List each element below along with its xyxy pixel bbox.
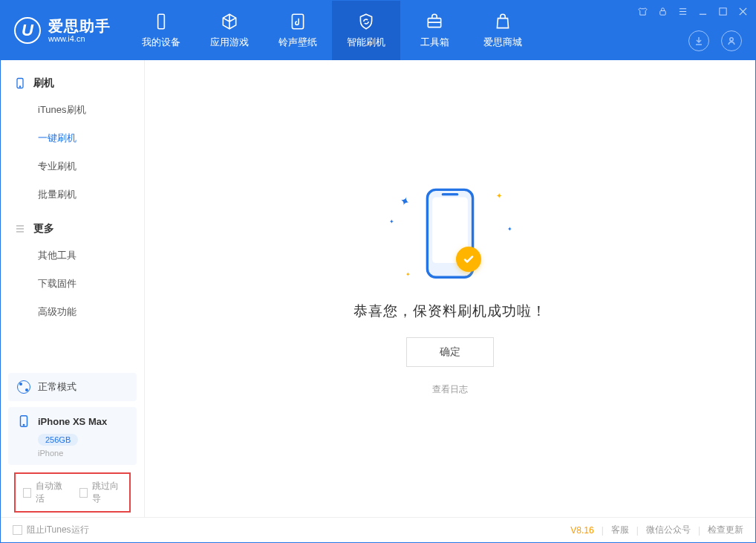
- checkbox-icon: [79, 488, 88, 498]
- group-title: 更多: [33, 222, 54, 235]
- footer-right: V8.16 | 客服 | 微信公众号 | 检查更新: [570, 524, 743, 536]
- list-icon: [14, 223, 26, 235]
- tab-apps-games[interactable]: 应用游戏: [195, 1, 264, 60]
- separator: |: [602, 525, 604, 536]
- sidebar-group-more: 更多: [1, 216, 144, 241]
- checkbox-skip-guide[interactable]: 跳过向导: [79, 480, 123, 505]
- sidebar-item-pro-flash[interactable]: 专业刷机: [1, 152, 144, 181]
- sparkle-icon: ✦: [405, 271, 411, 278]
- tab-label: 铃声壁纸: [278, 36, 317, 49]
- device-type: iPhone: [38, 449, 128, 458]
- version-label: V8.16: [570, 525, 593, 536]
- bag-icon: [493, 12, 512, 31]
- toolbox-icon: [425, 12, 444, 31]
- tab-store[interactable]: 爱思商城: [469, 1, 537, 60]
- body: 刷机 iTunes刷机 一键刷机 专业刷机 批量刷机 更多 其他工具 下载固件 …: [1, 60, 755, 517]
- device-card[interactable]: iPhone XS Max 256GB iPhone: [8, 407, 137, 465]
- link-service[interactable]: 客服: [611, 524, 629, 536]
- highlighted-checkboxes: 自动激活 跳过向导: [14, 472, 131, 513]
- svg-point-7: [19, 86, 20, 87]
- minimize-button[interactable]: [698, 7, 708, 16]
- device-icon: [151, 12, 171, 31]
- separator: |: [636, 525, 639, 536]
- link-wechat[interactable]: 微信公众号: [646, 524, 691, 536]
- mode-card[interactable]: 正常模式: [8, 373, 137, 401]
- download-icon[interactable]: [688, 30, 709, 51]
- sparkle-icon: ✦: [389, 218, 394, 225]
- tab-label: 爱思商城: [483, 36, 522, 49]
- tab-label: 应用游戏: [210, 36, 249, 49]
- window-controls: [638, 7, 748, 16]
- sparkle-icon: ✦: [397, 193, 411, 209]
- maximize-button[interactable]: [718, 7, 728, 16]
- sidebar-item-download-firmware[interactable]: 下载固件: [1, 270, 144, 298]
- svg-rect-1: [292, 14, 303, 29]
- sidebar-bottom: 正常模式 iPhone XS Max 256GB iPhone 自动激活: [1, 373, 144, 517]
- success-message: 恭喜您，保资料刷机成功啦！: [353, 302, 547, 321]
- svg-rect-0: [158, 14, 165, 29]
- check-badge-icon: [456, 247, 481, 272]
- sidebar-item-oneclick-flash[interactable]: 一键刷机: [1, 124, 144, 152]
- svg-point-9: [23, 424, 24, 425]
- header-right-icons: [688, 30, 742, 51]
- close-button[interactable]: [738, 7, 748, 16]
- checkbox-icon: [23, 488, 31, 498]
- tab-label: 智能刷机: [347, 36, 385, 49]
- svg-rect-12: [442, 193, 459, 195]
- tab-toolbox[interactable]: 工具箱: [400, 1, 469, 60]
- checkbox-icon: [13, 525, 22, 535]
- ok-button[interactable]: 确定: [406, 337, 494, 367]
- app-subtitle: www.i4.cn: [48, 34, 111, 43]
- logo-icon: U: [14, 17, 41, 44]
- sidebar-item-other-tools[interactable]: 其他工具: [1, 241, 144, 270]
- svg-point-5: [730, 38, 733, 41]
- device-storage: 256GB: [38, 434, 78, 446]
- svg-rect-4: [720, 8, 726, 15]
- cube-icon: [220, 12, 239, 31]
- checkbox-label: 阻止iTunes运行: [27, 524, 89, 536]
- shirt-icon[interactable]: [638, 7, 648, 16]
- device-name: iPhone XS Max: [38, 416, 107, 427]
- logo-area: U 爱思助手 www.i4.cn: [1, 1, 127, 60]
- tab-my-device[interactable]: 我的设备: [127, 1, 195, 60]
- link-update[interactable]: 检查更新: [708, 524, 743, 536]
- group-title: 刷机: [33, 77, 54, 90]
- svg-rect-3: [660, 11, 665, 16]
- app-title: 爱思助手: [48, 18, 111, 34]
- checkbox-label: 跳过向导: [92, 480, 122, 505]
- main-content: ✦ ✦ ✦ ✦ ✦ 恭喜您，保资料刷机成功啦！ 确定 查看日志: [145, 60, 755, 517]
- separator: |: [698, 525, 700, 536]
- sidebar-group-flash: 刷机: [1, 71, 144, 96]
- phone-icon: [14, 77, 26, 89]
- app-window: U 爱思助手 www.i4.cn 我的设备 应用游戏 铃声壁纸 智能刷机: [0, 0, 756, 543]
- sidebar-item-batch-flash[interactable]: 批量刷机: [1, 181, 144, 209]
- tab-label: 工具箱: [420, 36, 449, 49]
- tab-smart-flash[interactable]: 智能刷机: [332, 1, 400, 60]
- view-log-link[interactable]: 查看日志: [432, 383, 468, 396]
- music-file-icon: [288, 12, 307, 31]
- sidebar-item-advanced[interactable]: 高级功能: [1, 298, 144, 326]
- mode-label: 正常模式: [38, 380, 76, 394]
- menu-icon[interactable]: [678, 7, 688, 16]
- checkbox-block-itunes[interactable]: 阻止iTunes运行: [13, 524, 89, 536]
- user-icon[interactable]: [721, 30, 742, 51]
- main-tabs: 我的设备 应用游戏 铃声壁纸 智能刷机 工具箱 爱思商城: [127, 1, 537, 60]
- sparkle-icon: ✦: [507, 226, 512, 233]
- header: U 爱思助手 www.i4.cn 我的设备 应用游戏 铃声壁纸 智能刷机: [1, 1, 755, 60]
- tab-label: 我的设备: [142, 36, 180, 49]
- mode-icon: [17, 380, 30, 394]
- lock-icon[interactable]: [658, 7, 668, 16]
- sparkle-icon: ✦: [496, 192, 502, 200]
- phone-icon: [17, 414, 30, 428]
- success-illustration: ✦ ✦ ✦ ✦ ✦: [383, 181, 517, 285]
- tab-ringtone-wallpaper[interactable]: 铃声壁纸: [264, 1, 332, 60]
- checkbox-label: 自动激活: [36, 480, 65, 505]
- sidebar-item-itunes-flash[interactable]: iTunes刷机: [1, 96, 144, 124]
- shield-refresh-icon: [356, 12, 376, 31]
- footer: 阻止iTunes运行 V8.16 | 客服 | 微信公众号 | 检查更新: [1, 517, 755, 542]
- checkbox-auto-activate[interactable]: 自动激活: [23, 480, 66, 505]
- sidebar: 刷机 iTunes刷机 一键刷机 专业刷机 批量刷机 更多 其他工具 下载固件 …: [1, 60, 145, 517]
